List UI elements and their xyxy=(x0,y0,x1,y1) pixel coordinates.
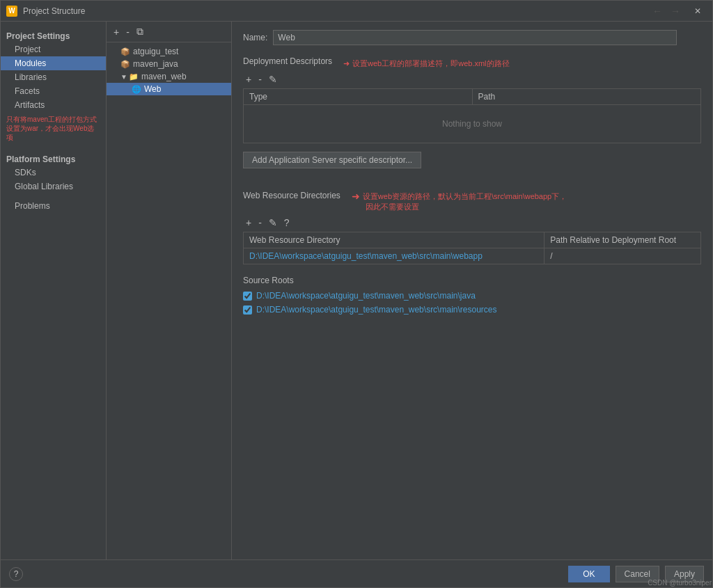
directory-cell: D:\IDEA\workspace\atguigu_test\maven_web… xyxy=(244,248,544,264)
name-input[interactable] xyxy=(273,30,677,45)
deployment-table: Type Path Nothing to show xyxy=(243,88,701,143)
window-title: Project Structure xyxy=(23,6,650,16)
web-resource-add-button[interactable]: + xyxy=(243,216,254,229)
sidebar-item-sdks[interactable]: SDKs xyxy=(1,166,106,180)
source-root-2-checkbox[interactable] xyxy=(243,305,252,315)
main-content: Project Settings Project Modules Librari… xyxy=(1,22,712,559)
expand-icon: ▼ xyxy=(120,73,127,81)
tree-content: 📦 atguigu_test 📦 maven_java ▼ 📁 maven_we… xyxy=(107,42,231,559)
name-row: Name: xyxy=(243,30,701,45)
ok-button[interactable]: OK xyxy=(568,566,609,582)
tree-remove-button[interactable]: - xyxy=(123,25,132,39)
add-descriptor-button[interactable]: Add Application Server specific descript… xyxy=(243,152,421,168)
deployment-add-button[interactable]: + xyxy=(243,73,254,86)
module-icon: 📦 xyxy=(120,60,130,69)
deployment-edit-button[interactable]: ✎ xyxy=(266,73,280,86)
nav-buttons: ← → xyxy=(650,4,683,18)
bottom-left: ? xyxy=(9,567,23,581)
web-resource-annotation-2: 因此不需要设置 xyxy=(366,202,567,212)
web-resource-remove-button[interactable]: - xyxy=(256,216,265,229)
web-resource-help-button[interactable]: ? xyxy=(281,216,292,229)
sidebar-note: 只有将maven工程的打包方式设置为war，才会出现Web选项 xyxy=(1,112,106,145)
tree-copy-button[interactable]: ⧉ xyxy=(134,24,146,39)
deployment-table-header: Type Path xyxy=(244,89,700,105)
deployment-toolbar: + - ✎ xyxy=(243,73,701,86)
tree-item-web[interactable]: 🌐 Web xyxy=(107,83,231,95)
source-root-1-label: D:\IDEA\workspace\atguigu_test\maven_web… xyxy=(256,291,476,301)
sidebar-item-global-libraries[interactable]: Global Libraries xyxy=(1,180,106,193)
forward-button[interactable]: → xyxy=(668,4,683,18)
content-area: Name: Deployment Descriptors ➜ 设置web工程的部… xyxy=(232,22,712,559)
source-root-2-label: D:\IDEA\workspace\atguigu_test\maven_web… xyxy=(256,305,497,315)
app-icon: W xyxy=(6,6,17,17)
sidebar-item-libraries[interactable]: Libraries xyxy=(1,70,106,84)
web-resource-edit-button[interactable]: ✎ xyxy=(266,216,280,229)
source-root-2-row: D:\IDEA\workspace\atguigu_test\maven_web… xyxy=(243,305,701,315)
web-resource-annotation-1: 设置web资源的路径，默认为当前工程\src\main\webapp下， xyxy=(363,191,567,202)
tree-toolbar: + - ⧉ xyxy=(107,22,231,42)
folder-icon: 📁 xyxy=(129,72,139,81)
platform-settings-header: Platform Settings xyxy=(1,150,106,166)
sidebar-item-problems[interactable]: Problems xyxy=(1,199,106,213)
web-icon: 🌐 xyxy=(132,85,141,94)
deployment-annotation-arrow: ➜ xyxy=(343,59,350,68)
resource-table-row[interactable]: D:\IDEA\workspace\atguigu_test\maven_web… xyxy=(244,248,700,264)
module-icon: 📦 xyxy=(120,47,130,56)
tree-item-atguigu-test[interactable]: 📦 atguigu_test xyxy=(107,45,231,58)
watermark: CSDN @turbo3niper xyxy=(648,579,712,587)
project-settings-header: Project Settings xyxy=(1,27,106,42)
name-label: Name: xyxy=(243,33,267,42)
back-button[interactable]: ← xyxy=(650,4,665,18)
type-column-header: Type xyxy=(244,89,473,104)
tree-item-maven-web[interactable]: ▼ 📁 maven_web xyxy=(107,70,231,83)
tree-add-button[interactable]: + xyxy=(111,25,122,39)
source-root-1-checkbox[interactable] xyxy=(243,292,252,301)
relative-cell: / xyxy=(544,248,700,264)
close-button[interactable]: ✕ xyxy=(689,3,707,19)
source-roots-section: Source Roots D:\IDEA\workspace\atguigu_t… xyxy=(243,276,701,319)
deployment-annotation-text: 设置web工程的部署描述符，即web.xml的路径 xyxy=(352,58,510,69)
tree-panel: + - ⧉ 📦 atguigu_test 📦 maven_java ▼ xyxy=(107,22,232,559)
sidebar: Project Settings Project Modules Librari… xyxy=(1,22,107,559)
web-resource-section: Web Resource Directories ➜ 设置web资源的路径，默认… xyxy=(243,191,701,264)
project-structure-window: W Project Structure ← → ✕ Project Settin… xyxy=(0,0,713,588)
deployment-label: Deployment Descriptors xyxy=(243,56,332,66)
tree-item-maven-java[interactable]: 📦 maven_java xyxy=(107,58,231,70)
resource-table-header: Web Resource Directory Path Relative to … xyxy=(244,232,700,248)
source-root-1-row: D:\IDEA\workspace\atguigu_test\maven_web… xyxy=(243,291,701,301)
help-button[interactable]: ? xyxy=(9,567,23,581)
sidebar-item-modules[interactable]: Modules xyxy=(1,56,106,70)
title-bar: W Project Structure ← → ✕ xyxy=(1,1,712,22)
path-column-header: Path xyxy=(473,89,701,104)
sidebar-item-facets[interactable]: Facets xyxy=(1,84,106,98)
source-roots-label: Source Roots xyxy=(243,276,701,285)
web-resource-label: Web Resource Directories xyxy=(243,191,340,200)
directory-column-header: Web Resource Directory xyxy=(244,232,544,248)
deployment-remove-button[interactable]: - xyxy=(256,73,265,86)
sidebar-item-project[interactable]: Project xyxy=(1,42,106,56)
deployment-section: Deployment Descriptors ➜ 设置web工程的部署描述符，即… xyxy=(243,56,701,180)
web-resource-arrow: ➜ xyxy=(352,191,360,202)
bottom-bar: ? OK Cancel Apply xyxy=(1,559,712,587)
web-resource-toolbar: + - ✎ ? xyxy=(243,216,701,229)
deployment-table-empty: Nothing to show xyxy=(244,105,700,143)
resource-table: Web Resource Directory Path Relative to … xyxy=(243,232,701,264)
relative-column-header: Path Relative to Deployment Root xyxy=(544,232,700,248)
sidebar-item-artifacts[interactable]: Artifacts xyxy=(1,98,106,112)
